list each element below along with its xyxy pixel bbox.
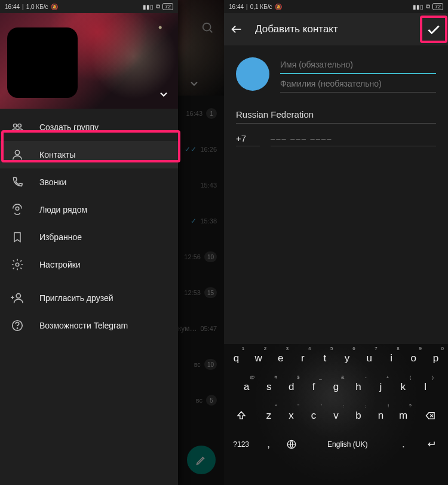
- menu-item-new-group[interactable]: Создать группу: [0, 113, 178, 141]
- menu-label: Избранное: [39, 232, 82, 242]
- key-l[interactable]: l): [415, 374, 436, 400]
- svg-point-11: [17, 328, 17, 329]
- signal-icon: ▮▮▯: [143, 4, 154, 10]
- key-q[interactable]: q1: [226, 345, 247, 372]
- key-n[interactable]: n!: [370, 403, 392, 429]
- phone-code-value: +7: [236, 133, 246, 143]
- key-o[interactable]: o9: [403, 345, 424, 372]
- key-e[interactable]: e3: [270, 345, 291, 372]
- space-key[interactable]: English (UK): [304, 431, 392, 458]
- keyboard-row-1: q1w2e3r4t5y6u7i8o9p0: [224, 344, 448, 373]
- invite-icon: [11, 291, 24, 305]
- key-f[interactable]: f_: [303, 374, 324, 400]
- status-clock: 16:44: [229, 4, 244, 10]
- key-a[interactable]: a@: [236, 374, 257, 400]
- confirm-button[interactable]: [423, 19, 444, 41]
- backspace-icon: [424, 410, 437, 421]
- menu-label: Пригласить друзей: [39, 293, 113, 303]
- key-u[interactable]: u7: [359, 345, 380, 372]
- menu-label: Звонки: [39, 177, 66, 187]
- menu-item-settings[interactable]: Настройки: [0, 251, 178, 278]
- key-hint: @: [250, 375, 254, 380]
- status-bar: 16:44 | 0,1 КБ/с 🔕 ▮▮▯ ⧉ 72: [224, 0, 448, 13]
- check-icon: [426, 22, 441, 38]
- key-b[interactable]: b;: [348, 403, 369, 429]
- symbols-key[interactable]: ?123: [226, 431, 256, 458]
- enter-key[interactable]: [416, 431, 446, 458]
- profile-avatar[interactable]: [7, 27, 78, 98]
- key-hint: ": [297, 403, 299, 409]
- key-x[interactable]: x": [281, 403, 302, 429]
- key-hint: ': [321, 403, 322, 409]
- key-hint: -: [365, 375, 367, 380]
- arrow-left-icon: [230, 23, 243, 36]
- key-g[interactable]: g&: [326, 374, 346, 400]
- onscreen-keyboard: q1w2e3r4t5y6u7i8o9p0 a@s#d$f_g&h-j+k(l) …: [224, 344, 448, 485]
- keyboard-row-bottom: ?123 , English (UK) .: [224, 430, 448, 460]
- key-c[interactable]: c': [303, 403, 324, 429]
- menu-item-nearby[interactable]: Люди рядом: [0, 196, 178, 223]
- menu-item-contacts[interactable]: Контакты: [0, 141, 178, 168]
- signal-icon: ▮▮▯: [413, 4, 424, 10]
- svg-point-3: [18, 124, 21, 128]
- left-phone-screenshot: 16:43 1 ✓✓ 16:26 15:43 ✓ 15:38 12:56 10 …: [0, 0, 224, 485]
- phone-code-field[interactable]: +7: [236, 133, 260, 146]
- key-hint: 4: [308, 346, 311, 351]
- key-hint: &: [341, 375, 344, 380]
- language-key[interactable]: [281, 431, 303, 458]
- key-j[interactable]: j+: [370, 374, 391, 400]
- menu-label: Настройки: [39, 260, 81, 269]
- status-netspeed: 0,1 КБ/с: [250, 4, 272, 10]
- key-t[interactable]: t5: [314, 345, 335, 372]
- key-y[interactable]: y6: [337, 345, 358, 372]
- key-d[interactable]: d$: [281, 374, 302, 400]
- key-s[interactable]: s#: [258, 374, 279, 400]
- menu-item-saved[interactable]: Избранное: [0, 223, 178, 251]
- keyboard-row-3: z*x"c'v:b;n!m?: [224, 401, 448, 430]
- wifi-icon: ⧉: [426, 3, 430, 10]
- key-z[interactable]: z*: [258, 403, 280, 429]
- menu-item-calls[interactable]: Звонки: [0, 168, 178, 196]
- chevron-down-icon: [158, 88, 170, 100]
- right-phone-screenshot: 16:44 | 0,1 КБ/с 🔕 ▮▮▯ ⧉ 72 Добавить кон…: [224, 0, 448, 485]
- menu-item-invite[interactable]: Пригласить друзей: [0, 284, 178, 312]
- key-hint: ): [432, 375, 434, 380]
- key-hint: :: [343, 403, 344, 409]
- key-w[interactable]: w2: [248, 345, 269, 372]
- key-hint: 5: [330, 346, 333, 351]
- key-m[interactable]: m?: [392, 403, 414, 429]
- first-name-field[interactable]: Имя (обязательно): [280, 55, 436, 74]
- menu-label: Контакты: [39, 150, 75, 159]
- key-v[interactable]: v:: [326, 403, 347, 429]
- key-p[interactable]: p0: [425, 345, 446, 372]
- key-k[interactable]: k(: [392, 374, 413, 400]
- menu-item-features[interactable]: Возможности Telegram: [0, 312, 178, 339]
- key-h[interactable]: h-: [348, 374, 369, 400]
- key-hint: 2: [264, 346, 266, 351]
- shift-key[interactable]: [226, 403, 257, 429]
- nearby-icon: [11, 203, 24, 216]
- phone-number-field[interactable]: ––– ––– ––––: [271, 134, 436, 146]
- key-hint: 8: [397, 346, 399, 351]
- key-hint: +: [386, 375, 389, 380]
- last-name-field[interactable]: Фамилия (необязательно): [280, 74, 436, 93]
- page-title: Добавить контакт: [255, 23, 338, 35]
- contact-avatar-placeholder[interactable]: [236, 57, 269, 91]
- globe-icon: [286, 439, 297, 450]
- backspace-key[interactable]: [415, 403, 446, 429]
- menu-label: Создать группу: [39, 122, 99, 132]
- navigation-drawer: 16:44 | 1,0 КБ/с 🔕 ▮▮▯ ⧉ 72 Создать: [0, 0, 178, 485]
- key-hint: 6: [352, 346, 355, 351]
- key-hint: #: [274, 375, 277, 380]
- account-switch-chevron[interactable]: [158, 88, 170, 100]
- country-selector[interactable]: Russian Federation: [236, 109, 436, 124]
- back-button[interactable]: [229, 22, 244, 37]
- person-icon: [11, 148, 24, 161]
- key-hint: 1: [242, 346, 244, 351]
- comma-key[interactable]: ,: [257, 431, 280, 458]
- key-r[interactable]: r4: [292, 345, 313, 372]
- enter-icon: [425, 439, 437, 450]
- period-key[interactable]: .: [392, 431, 415, 458]
- battery-indicator: 72: [432, 3, 443, 10]
- key-i[interactable]: i8: [381, 345, 402, 372]
